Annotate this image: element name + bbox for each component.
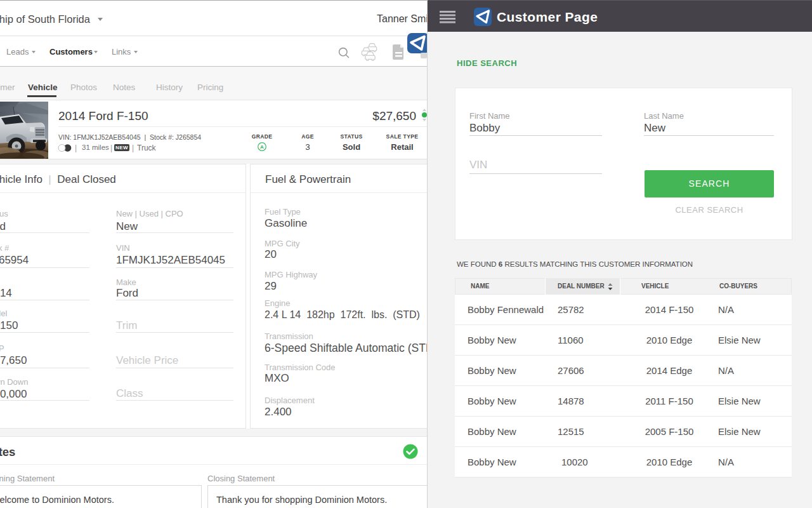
svg-text:A: A <box>260 144 264 150</box>
